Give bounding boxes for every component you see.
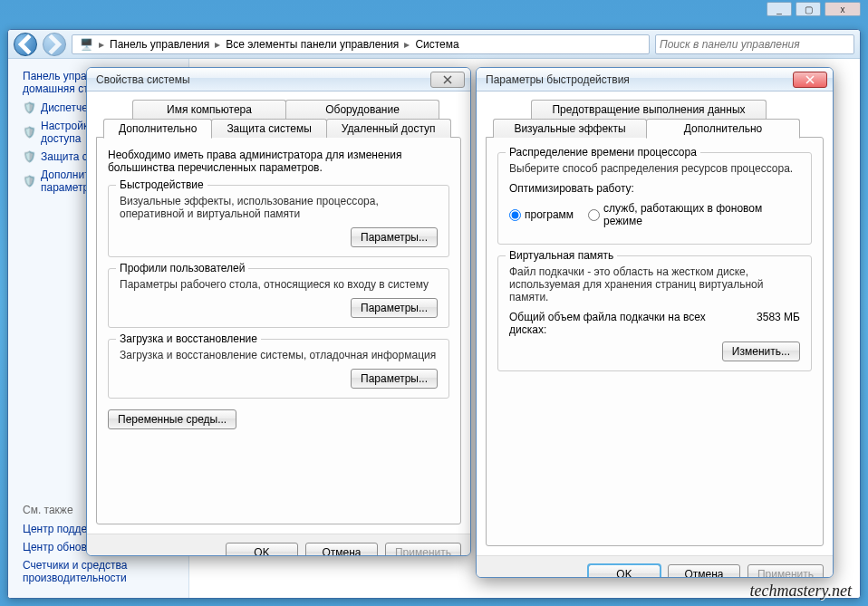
- pagefile-total-row: Общий объем файла подкачки на всех диска…: [509, 311, 800, 336]
- tab-computer-name[interactable]: Имя компьютера: [132, 100, 286, 119]
- radio-programs[interactable]: программ: [509, 208, 574, 221]
- profiles-settings-button[interactable]: Параметры...: [351, 298, 438, 318]
- dialog-footer: OK Отмена Применить: [477, 555, 833, 578]
- pagefile-value: 3583 МБ: [757, 311, 800, 336]
- explorer-toolbar: 🖥️ ▸ Панель управления ▸ Все элементы па…: [8, 30, 860, 59]
- group-user-profiles: Профили пользователей Параметры рабочего…: [108, 268, 449, 328]
- group-desc: Файл подкачки - это область на жестком д…: [509, 265, 800, 303]
- group-desc: Визуальные эффекты, использование процес…: [120, 195, 438, 220]
- breadcrumb[interactable]: 🖥️ ▸ Панель управления ▸ Все элементы па…: [72, 34, 650, 54]
- radio-services[interactable]: служб, работающих в фоновом режиме: [588, 202, 800, 227]
- dialog-title: Свойства системы: [96, 73, 430, 86]
- tab-visual-effects[interactable]: Визуальные эффекты: [493, 119, 647, 138]
- breadcrumb-icon[interactable]: 🖥️: [76, 38, 97, 51]
- cancel-button[interactable]: Отмена: [305, 543, 378, 557]
- radio-services-input[interactable]: [588, 209, 600, 221]
- dialog-body: Предотвращение выполнения данных Визуаль…: [477, 91, 833, 555]
- group-legend: Распределение времени процессора: [506, 146, 700, 159]
- env-vars-button[interactable]: Переменные среды...: [108, 409, 236, 429]
- group-legend: Виртуальная память: [506, 249, 617, 262]
- tabs-row-2: Визуальные эффекты Дополнительно: [486, 119, 824, 138]
- ok-button[interactable]: OK: [588, 564, 661, 579]
- ok-button[interactable]: OK: [226, 543, 298, 557]
- window-titlebar: _ ▢ x: [0, 0, 868, 18]
- tabs-row-1: Предотвращение выполнения данных: [486, 100, 824, 119]
- performance-options-dialog: Параметры быстродействия Предотвращение …: [476, 67, 834, 578]
- dialog-footer: OK Отмена Применить: [87, 534, 470, 556]
- dialog-titlebar: Параметры быстродействия: [477, 68, 833, 91]
- group-legend: Профили пользователей: [116, 262, 248, 274]
- admin-note: Необходимо иметь права администратора дл…: [108, 149, 449, 174]
- minimize-button[interactable]: _: [767, 2, 792, 16]
- dialog-body: Имя компьютера Оборудование Дополнительн…: [87, 91, 470, 534]
- group-legend: Загрузка и восстановление: [116, 332, 261, 345]
- dialog-titlebar: Свойства системы: [87, 68, 470, 91]
- optimize-label: Оптимизировать работу:: [509, 182, 800, 195]
- dialog-title: Параметры быстродействия: [486, 73, 793, 86]
- tabs-row-1: Имя компьютера Оборудование: [96, 100, 461, 119]
- back-button[interactable]: [14, 33, 37, 56]
- change-vmem-button[interactable]: Изменить...: [722, 341, 800, 361]
- shield-icon: 🛡️: [23, 150, 35, 163]
- tab-advanced[interactable]: Дополнительно: [646, 119, 800, 139]
- group-legend: Быстродействие: [116, 178, 207, 191]
- chevron-right-icon: ▸: [99, 38, 104, 51]
- tab-dep[interactable]: Предотвращение выполнения данных: [531, 100, 767, 119]
- close-button[interactable]: x: [825, 2, 861, 16]
- maximize-button[interactable]: ▢: [796, 2, 821, 16]
- sidebar-footer-link[interactable]: Счетчики и средства производительности: [23, 556, 186, 587]
- group-virtual-memory: Виртуальная память Файл подкачки - это о…: [497, 255, 812, 371]
- tab-panel-advanced: Необходимо иметь права администратора дл…: [96, 137, 461, 524]
- cancel-button[interactable]: Отмена: [668, 564, 740, 579]
- radio-label: служб, работающих в фоновом режиме: [603, 202, 800, 227]
- breadcrumb-item[interactable]: Система: [411, 38, 462, 51]
- group-desc: Загрузка и восстановление системы, отлад…: [120, 349, 438, 361]
- tab-advanced[interactable]: Дополнительно: [103, 119, 212, 139]
- performance-settings-button[interactable]: Параметры...: [351, 227, 438, 247]
- startup-settings-button[interactable]: Параметры...: [351, 369, 438, 389]
- tab-protection[interactable]: Защита системы: [211, 119, 326, 138]
- breadcrumb-item[interactable]: Все элементы панели управления: [222, 38, 402, 51]
- close-icon[interactable]: [793, 72, 827, 88]
- radio-programs-input[interactable]: [509, 209, 521, 221]
- group-startup-recovery: Загрузка и восстановление Загрузка и вос…: [108, 339, 449, 399]
- shield-icon: 🛡️: [23, 175, 35, 188]
- group-desc: Параметры рабочего стола, относящиеся ко…: [120, 278, 438, 291]
- radio-group-optimize: программ служб, работающих в фоновом реж…: [509, 202, 800, 227]
- tab-hardware[interactable]: Оборудование: [285, 100, 439, 119]
- search-input[interactable]: [660, 38, 850, 51]
- tab-panel-advanced: Распределение времени процессора Выберит…: [486, 137, 824, 546]
- close-icon[interactable]: [430, 72, 465, 88]
- group-processor-scheduling: Распределение времени процессора Выберит…: [497, 152, 812, 245]
- system-properties-dialog: Свойства системы Имя компьютера Оборудов…: [86, 67, 471, 556]
- tabs-row-2: Дополнительно Защита системы Удаленный д…: [96, 119, 461, 138]
- shield-icon: 🛡️: [23, 101, 35, 114]
- breadcrumb-item[interactable]: Панель управления: [106, 38, 213, 51]
- forward-button[interactable]: [43, 33, 66, 56]
- radio-label: программ: [525, 208, 574, 221]
- pagefile-label: Общий объем файла подкачки на всех диска…: [509, 311, 718, 336]
- apply-button[interactable]: Применить: [385, 543, 461, 557]
- shield-icon: 🛡️: [23, 126, 35, 139]
- search-box[interactable]: [655, 34, 854, 54]
- group-desc: Выберите способ распределения ресурсов п…: [509, 162, 800, 175]
- group-performance: Быстродействие Визуальные эффекты, испол…: [108, 185, 449, 257]
- apply-button[interactable]: Применить: [747, 564, 824, 579]
- chevron-right-icon: ▸: [404, 38, 410, 51]
- tab-remote[interactable]: Удаленный доступ: [326, 119, 451, 138]
- chevron-right-icon: ▸: [215, 38, 220, 51]
